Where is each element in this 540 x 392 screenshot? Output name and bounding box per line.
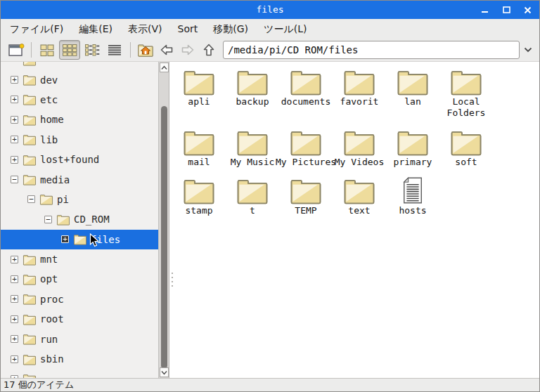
tree-expander-icon[interactable]: +: [11, 256, 18, 263]
folder-icon: [22, 154, 37, 166]
tree-expander-icon[interactable]: +: [11, 335, 18, 343]
title-bar: files: [1, 1, 539, 19]
tree-item-mnt[interactable]: +mnt: [1, 249, 158, 269]
detailed-list-icon: [107, 43, 122, 57]
file-item-apli[interactable]: apli: [172, 67, 226, 128]
file-item-documents[interactable]: documents: [279, 67, 333, 128]
folder-icon: [236, 176, 269, 204]
tree-expander-icon[interactable]: −: [11, 176, 18, 183]
folder-icon: [22, 74, 37, 86]
tree-item-lib[interactable]: +lib: [1, 130, 158, 150]
tree-item-files[interactable]: +files: [1, 230, 158, 249]
menu-item-4[interactable]: 移動(G): [205, 19, 256, 39]
tree-expander-icon[interactable]: +: [11, 156, 18, 164]
icon-view-icon: [39, 43, 55, 57]
menu-item-2[interactable]: 表示(V): [120, 19, 170, 39]
tree-item-lost+found[interactable]: +lost+found: [1, 150, 158, 169]
tree-item-etc[interactable]: +etc: [1, 90, 158, 110]
path-dropdown-button[interactable]: [521, 41, 535, 59]
tree-item-pi[interactable]: −pi: [1, 190, 158, 209]
tree-expander-icon[interactable]: −: [27, 195, 35, 203]
file-item-hosts[interactable]: hosts: [386, 176, 439, 226]
up-button[interactable]: [199, 40, 219, 60]
file-item-label: lan: [404, 96, 420, 107]
compact-view-button[interactable]: [82, 40, 103, 60]
folder-icon: [73, 233, 87, 245]
file-item-Local-Folders[interactable]: LocalFolders: [439, 67, 493, 128]
file-item-backup[interactable]: backup: [226, 67, 279, 128]
tree-expander-icon[interactable]: +: [11, 96, 18, 103]
forward-icon: [180, 43, 195, 57]
file-item-soft[interactable]: soft: [439, 128, 493, 176]
tree-item-run[interactable]: +run: [1, 329, 158, 348]
tree-expander-icon[interactable]: +: [61, 235, 69, 243]
minimize-button[interactable]: [477, 4, 493, 16]
forward-button[interactable]: [178, 40, 198, 60]
tree-expander-icon[interactable]: +: [11, 355, 18, 363]
sidebar-scrollbar[interactable]: [158, 62, 169, 378]
tree-expander-icon[interactable]: +: [11, 375, 18, 378]
tree-expander-icon[interactable]: +: [11, 76, 18, 84]
file-icon-view[interactable]: aplibackupdocumentsfavoritlanLocalFolder…: [169, 62, 539, 378]
tree-expander-icon[interactable]: +: [11, 295, 18, 303]
tree-expander-icon[interactable]: +: [11, 116, 18, 124]
tree-item-opt[interactable]: +opt: [1, 269, 158, 289]
file-item-text[interactable]: text: [333, 176, 386, 226]
small-icon-view-button[interactable]: [59, 40, 80, 60]
maximize-button[interactable]: [499, 4, 514, 16]
icon-view-button[interactable]: [37, 40, 58, 60]
file-item-favorit[interactable]: favorit: [333, 67, 386, 128]
file-item-label: hosts: [399, 205, 426, 216]
tree-item-dev[interactable]: +dev: [1, 70, 158, 89]
tree-expander-icon[interactable]: −: [44, 216, 52, 223]
home-button[interactable]: [136, 40, 155, 60]
folder-icon: [22, 333, 37, 345]
menu-item-3[interactable]: Sort: [170, 19, 206, 39]
menu-item-0[interactable]: ファイル(F): [2, 19, 71, 39]
file-item-My-Music[interactable]: My Music: [226, 128, 279, 176]
folder-icon: [396, 128, 430, 156]
file-item-TEMP[interactable]: TEMP: [279, 176, 333, 226]
tree-item-CD_ROM[interactable]: −CD_ROM: [1, 209, 158, 229]
tree-item[interactable]: +: [1, 369, 158, 378]
tree-item[interactable]: [1, 62, 158, 70]
file-item-My-Videos[interactable]: My Videos: [333, 128, 386, 176]
toolbar: [1, 39, 539, 62]
tree-item-proc[interactable]: +proc: [1, 289, 158, 309]
file-item-label: My Pictures: [276, 157, 336, 168]
pane-splitter[interactable]: [172, 273, 174, 287]
tree-expander-icon[interactable]: +: [11, 275, 18, 283]
menu-item-5[interactable]: ツール(L): [256, 19, 314, 39]
folder-icon: [22, 133, 37, 145]
detailed-list-view-button[interactable]: [104, 40, 125, 60]
file-item-stamp[interactable]: stamp: [172, 176, 226, 226]
file-item-primary[interactable]: primary: [386, 128, 439, 176]
folder-icon: [22, 373, 37, 378]
tree-expander-icon[interactable]: +: [11, 315, 18, 323]
tree-expander-icon[interactable]: +: [11, 136, 18, 143]
file-item-label: apli: [188, 96, 210, 107]
back-button[interactable]: [157, 40, 176, 60]
tree-item-root[interactable]: +root: [1, 309, 158, 329]
scroll-down-button[interactable]: [160, 367, 169, 377]
folder-icon: [182, 176, 216, 204]
file-item-lan[interactable]: lan: [386, 67, 439, 128]
up-icon: [201, 43, 217, 57]
folder-icon: [22, 293, 37, 305]
file-item-t[interactable]: t: [226, 176, 279, 226]
scrollbar-thumb[interactable]: [161, 106, 167, 369]
file-item-My-Pictures[interactable]: My Pictures: [279, 128, 333, 176]
tree-item-sbin[interactable]: +sbin: [1, 349, 158, 369]
scroll-up-button[interactable]: [160, 63, 169, 72]
file-item-label: primary: [394, 157, 432, 168]
tree-item-home[interactable]: +home: [1, 110, 158, 129]
path-input[interactable]: [223, 41, 520, 59]
tree-item-media[interactable]: −media: [1, 169, 158, 189]
maximize-icon: [503, 6, 510, 13]
menu-item-1[interactable]: 編集(E): [71, 19, 120, 39]
file-item-label: backup: [236, 96, 269, 107]
new-window-button[interactable]: [6, 40, 26, 60]
file-item-label: documents: [281, 96, 330, 107]
file-item-mail[interactable]: mail: [172, 128, 226, 176]
close-button[interactable]: [520, 4, 535, 16]
